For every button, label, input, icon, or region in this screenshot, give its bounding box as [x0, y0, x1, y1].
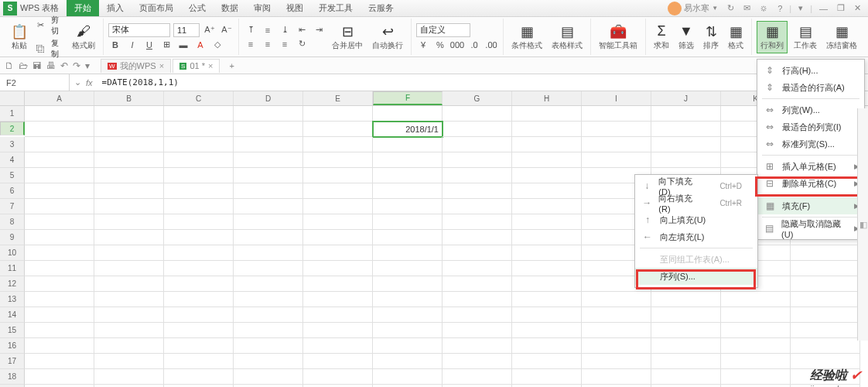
row-header-8[interactable]: 8	[0, 214, 25, 230]
cell-F7[interactable]	[373, 199, 443, 214]
main-tab-1[interactable]: 插入	[99, 0, 132, 16]
cell-A9[interactable]	[25, 230, 94, 245]
cell-B17[interactable]	[94, 354, 164, 369]
cell-K15[interactable]	[721, 323, 791, 338]
cell-F6[interactable]	[373, 183, 443, 199]
cell-A7[interactable]	[25, 199, 94, 214]
cell-G5[interactable]	[443, 168, 512, 183]
cell-H4[interactable]	[512, 152, 582, 168]
border-button[interactable]: ⊞	[159, 39, 173, 51]
cell-H9[interactable]	[512, 230, 582, 245]
cell-D17[interactable]	[234, 354, 303, 369]
cell-H13[interactable]	[512, 292, 582, 307]
cell-C13[interactable]	[164, 292, 234, 307]
cell-B8[interactable]	[94, 214, 164, 230]
cell-F17[interactable]	[373, 354, 443, 369]
menu-item[interactable]: ⊟删除单元格(C)▶	[757, 175, 864, 192]
numfmt-select[interactable]: 自定义	[416, 23, 470, 37]
add-doc-button[interactable]: +	[229, 61, 234, 70]
cell-B2[interactable]	[94, 122, 164, 137]
indent-dec-icon[interactable]: ⇤	[295, 24, 309, 36]
copy-button[interactable]: ⿻	[34, 43, 48, 55]
cell-E11[interactable]	[303, 261, 373, 276]
col-header-I[interactable]: I	[582, 91, 651, 105]
cell-F18[interactable]	[373, 369, 443, 385]
cell-G3[interactable]	[443, 137, 512, 152]
comma-icon[interactable]: 000	[450, 39, 464, 51]
cell-H18[interactable]	[512, 369, 582, 385]
cell-A13[interactable]	[25, 292, 94, 307]
main-tab-3[interactable]: 公式	[181, 0, 214, 16]
shrink-font-button[interactable]: A⁻	[220, 24, 234, 36]
align-top-icon[interactable]: ⤒	[244, 24, 258, 36]
user-menu[interactable]: 易水寒 ▼	[665, 2, 720, 15]
cell-H3[interactable]	[512, 137, 582, 152]
worksheet-button[interactable]: ▤工作表	[791, 22, 820, 53]
cell-G16[interactable]	[443, 338, 512, 354]
cell-K17[interactable]	[721, 354, 791, 369]
sum-button[interactable]: Σ求和	[651, 22, 672, 53]
menu-item[interactable]: 序列(S)...	[635, 268, 757, 285]
cell-A15[interactable]	[25, 323, 94, 338]
align-center-icon[interactable]: ≡	[261, 38, 275, 50]
cell-J1[interactable]	[651, 106, 721, 122]
menu-item[interactable]: ←向左填充(L)	[635, 228, 757, 245]
smart-toolbox-button[interactable]: 🧰智能工具箱	[596, 22, 641, 53]
side-panel-handle[interactable]: ◧	[857, 108, 868, 341]
cell-K14[interactable]	[721, 307, 791, 323]
main-tab-8[interactable]: 云服务	[361, 0, 402, 16]
row-header-3[interactable]: 3	[0, 137, 25, 152]
cell-B1[interactable]	[94, 106, 164, 122]
cell-J16[interactable]	[651, 338, 721, 354]
menu-item[interactable]: ⇕最适合的行高(A)	[757, 79, 864, 96]
cell-C18[interactable]	[164, 369, 234, 385]
cell-G12[interactable]	[443, 276, 512, 292]
cell-L13[interactable]	[791, 292, 860, 307]
percent-icon[interactable]: %	[433, 39, 447, 51]
cell-K18[interactable]	[721, 369, 791, 385]
cell-D14[interactable]	[234, 307, 303, 323]
cell-A2[interactable]	[25, 122, 94, 137]
maximize-icon[interactable]: ❐	[835, 3, 847, 13]
row-header-18[interactable]: 18	[0, 369, 25, 385]
cell-H11[interactable]	[512, 261, 582, 276]
cell-F15[interactable]	[373, 323, 443, 338]
main-tab-0[interactable]: 开始	[67, 0, 99, 16]
col-header-J[interactable]: J	[651, 91, 721, 105]
format-button[interactable]: ▦格式	[725, 22, 747, 53]
cell-J13[interactable]	[651, 292, 721, 307]
wrap-button[interactable]: ↩ 自动换行	[369, 22, 406, 53]
cell-E12[interactable]	[303, 276, 373, 292]
cell-G7[interactable]	[443, 199, 512, 214]
close-tab-icon[interactable]: ×	[159, 61, 164, 70]
cell-E6[interactable]	[303, 183, 373, 199]
cell-F4[interactable]	[373, 152, 443, 168]
cell-L14[interactable]	[791, 307, 860, 323]
cell-D4[interactable]	[234, 152, 303, 168]
cell-H1[interactable]	[512, 106, 582, 122]
cell-D10[interactable]	[234, 245, 303, 261]
cell-H14[interactable]	[512, 307, 582, 323]
cell-G4[interactable]	[443, 152, 512, 168]
menu-item[interactable]: →向右填充(R)Ctrl+R	[635, 194, 757, 211]
cell-G13[interactable]	[443, 292, 512, 307]
underline-button[interactable]: U	[142, 39, 156, 51]
cell-C15[interactable]	[164, 323, 234, 338]
cell-C6[interactable]	[164, 183, 234, 199]
cell-F13[interactable]	[373, 292, 443, 307]
cell-K16[interactable]	[721, 338, 791, 354]
cell-B18[interactable]	[94, 369, 164, 385]
cell-L12[interactable]	[791, 276, 860, 292]
cell-F5[interactable]	[373, 168, 443, 183]
menu-item[interactable]: ▤隐藏与取消隐藏(U)▶	[757, 220, 864, 237]
table-style-button[interactable]: ▤表格样式	[548, 22, 586, 53]
cell-D18[interactable]	[234, 369, 303, 385]
row-header-14[interactable]: 14	[0, 307, 25, 323]
cell-D1[interactable]	[234, 106, 303, 122]
cell-C1[interactable]	[164, 106, 234, 122]
row-header-17[interactable]: 17	[0, 354, 25, 369]
cell-A10[interactable]	[25, 245, 94, 261]
filter-button[interactable]: ▼筛选	[675, 22, 697, 53]
cell-I14[interactable]	[582, 307, 651, 323]
cell-B16[interactable]	[94, 338, 164, 354]
